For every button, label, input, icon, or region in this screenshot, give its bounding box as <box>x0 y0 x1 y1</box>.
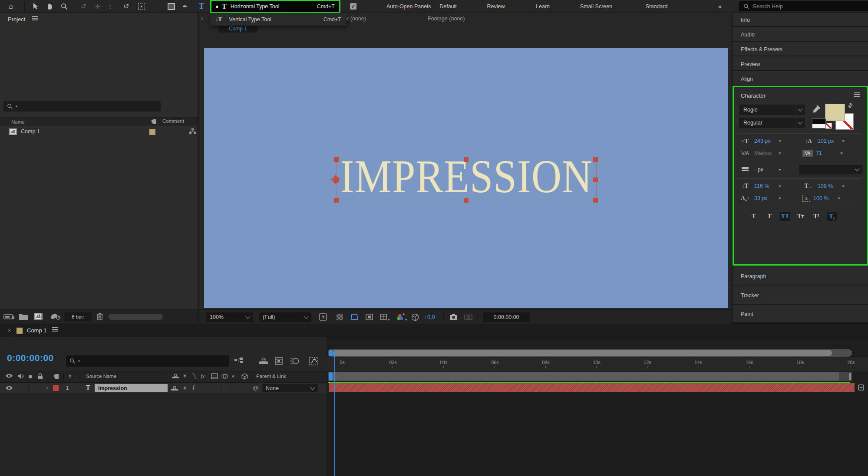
subscript-toggle[interactable]: T₁ <box>827 212 837 221</box>
current-timecode[interactable]: 0:00:00:00 <box>7 353 54 363</box>
timeline-tab-comp1[interactable]: Comp 1 <box>27 327 47 334</box>
source-name-column-header[interactable]: Source Name <box>86 374 116 379</box>
panel-preview[interactable]: Preview <box>733 57 868 71</box>
region-of-interest-icon[interactable] <box>364 313 374 321</box>
3d-layer-column-icon[interactable] <box>241 373 248 380</box>
show-snapshot-icon[interactable] <box>463 313 473 321</box>
panel-align[interactable]: Align <box>733 72 868 86</box>
small-caps-toggle[interactable]: Tᴛ <box>795 212 806 221</box>
baseline-shift-control[interactable]: Aa↑ 33 px <box>739 194 782 203</box>
menu-item-horizontal-type-tool[interactable]: T Horizontal Type Tool Cmd+T <box>210 0 340 13</box>
faux-italic-toggle[interactable]: T <box>764 212 775 221</box>
font-family-select[interactable]: Rogie <box>739 105 805 115</box>
effects-column-icon[interactable]: fx <box>201 373 205 380</box>
tracking-control[interactable]: VA 71 <box>802 149 843 158</box>
frame-blending-icon[interactable] <box>274 357 283 365</box>
project-search-input[interactable] <box>3 101 161 112</box>
label-color-swatch[interactable] <box>149 129 155 135</box>
project-item-comp1[interactable]: Comp 1 <box>0 126 198 138</box>
exposure-icon[interactable] <box>410 313 420 321</box>
help-search-input[interactable]: Search Help <box>739 1 868 11</box>
close-tab-icon[interactable]: × <box>8 327 11 334</box>
layer-label-swatch[interactable] <box>53 385 59 391</box>
motion-blur-icon[interactable] <box>290 357 300 365</box>
selection-handle[interactable] <box>334 198 339 203</box>
layer-row-impression[interactable]: › 1 T Impression ☀ / @ None <box>0 383 327 394</box>
snapshot-camera-icon[interactable] <box>449 313 458 321</box>
home-icon[interactable]: ⌂ <box>9 0 13 13</box>
swap-fill-stroke-icon[interactable]: ⇄ <box>846 101 855 110</box>
auto-open-panels-checkbox[interactable]: ✓ <box>350 3 356 10</box>
horizontal-scale-control[interactable]: T↔ 109 % <box>802 182 845 190</box>
stroke-width-control[interactable]: - px <box>739 165 782 174</box>
font-size-control[interactable]: TT 243 px <box>739 137 782 145</box>
font-style-select[interactable]: Regular <box>739 118 805 128</box>
workspace-review[interactable]: Review <box>487 0 505 13</box>
selection-handle[interactable] <box>464 198 469 203</box>
label-column-icon[interactable] <box>53 374 59 380</box>
bit-depth-button[interactable]: 8 bpc <box>64 312 91 321</box>
eyedropper-icon[interactable] <box>812 105 820 114</box>
layer-duration-bar[interactable] <box>329 383 855 392</box>
workspace-default[interactable]: Default <box>439 0 457 13</box>
panel-effects-presets[interactable]: Effects & Presets <box>733 43 868 56</box>
menu-item-vertical-type-tool[interactable]: ↓T Vertical Type Tool Cmd+T <box>210 13 347 26</box>
layer-rasterize-icon[interactable]: ☀ <box>182 385 188 391</box>
column-comment[interactable]: Comment <box>162 118 184 124</box>
exposure-value[interactable]: +0,0 <box>424 314 435 320</box>
label-tag-icon[interactable] <box>151 119 156 125</box>
composition-mini-flowchart-icon[interactable] <box>234 357 244 365</box>
time-navigator-range[interactable] <box>333 350 832 356</box>
panel-paint[interactable]: Paint <box>733 305 868 323</box>
workspace-small-screen[interactable]: Small Screen <box>580 0 612 13</box>
work-area-end-handle[interactable] <box>849 373 851 380</box>
channel-colors-icon[interactable] <box>395 313 406 321</box>
viewer-timecode[interactable]: 0:00:00:00 <box>483 312 530 322</box>
fast-previews-icon[interactable] <box>318 313 328 321</box>
fx-cell[interactable] <box>211 384 221 393</box>
panel-tracker[interactable]: Tracker <box>733 286 868 305</box>
transparency-grid-icon[interactable] <box>335 313 344 321</box>
lock-icon[interactable] <box>37 373 43 380</box>
trash-icon[interactable] <box>96 312 103 320</box>
timeline-search-input[interactable] <box>66 355 229 367</box>
pen-tool-icon[interactable]: ✒ <box>182 0 188 13</box>
panel-menu-icon[interactable] <box>52 327 58 328</box>
vertical-scale-control[interactable]: ↕T 116 % <box>739 182 782 190</box>
layer-expander-icon[interactable]: › <box>46 384 48 391</box>
frame-blend-column-icon[interactable] <box>211 373 218 379</box>
stroke-over-fill-swatch[interactable] <box>812 118 826 128</box>
solo-icon[interactable] <box>29 375 32 378</box>
selection-handle[interactable] <box>593 198 598 203</box>
rotation-tool-icon[interactable]: ↺ <box>123 0 129 13</box>
shy-column-icon[interactable] <box>172 373 179 379</box>
leading-control[interactable]: ↕A 102 px <box>802 137 845 145</box>
selection-handle[interactable] <box>593 177 598 182</box>
work-area-bar[interactable] <box>328 372 852 381</box>
layer-quality-icon[interactable]: / <box>193 384 195 391</box>
time-navigator-bar[interactable] <box>328 349 852 357</box>
collapse-transformations-icon[interactable]: ☀ <box>182 373 188 379</box>
selection-handle[interactable] <box>464 157 469 162</box>
new-composition-icon[interactable] <box>34 313 43 320</box>
mask-visibility-icon[interactable] <box>350 313 359 321</box>
work-area-range[interactable] <box>333 372 839 381</box>
dolly-camera-tool-icon[interactable]: ↕ <box>109 0 112 13</box>
graph-editor-icon[interactable] <box>309 357 318 365</box>
interpret-footage-icon[interactable] <box>3 313 15 320</box>
motion-blur-cell[interactable] <box>232 384 241 393</box>
column-name[interactable]: Name <box>11 119 25 125</box>
layer-shy-icon[interactable] <box>171 385 178 391</box>
faux-bold-toggle[interactable]: T <box>749 212 759 221</box>
resolution-select[interactable]: (Full) <box>259 312 311 322</box>
all-caps-toggle[interactable]: TT <box>780 212 790 221</box>
panel-paragraph[interactable]: Paragraph <box>733 267 868 286</box>
flowchart-icon[interactable] <box>189 128 196 135</box>
video-eye-icon[interactable] <box>5 373 13 378</box>
zoom-tool-icon[interactable] <box>61 0 68 13</box>
magnification-select[interactable]: 100% <box>206 312 253 322</box>
stroke-style-select[interactable] <box>799 165 862 174</box>
pan-camera-tool-icon[interactable]: ✛ <box>95 0 100 13</box>
orbit-camera-tool-icon[interactable]: ↺ <box>81 0 86 13</box>
selection-handle[interactable] <box>593 157 598 162</box>
